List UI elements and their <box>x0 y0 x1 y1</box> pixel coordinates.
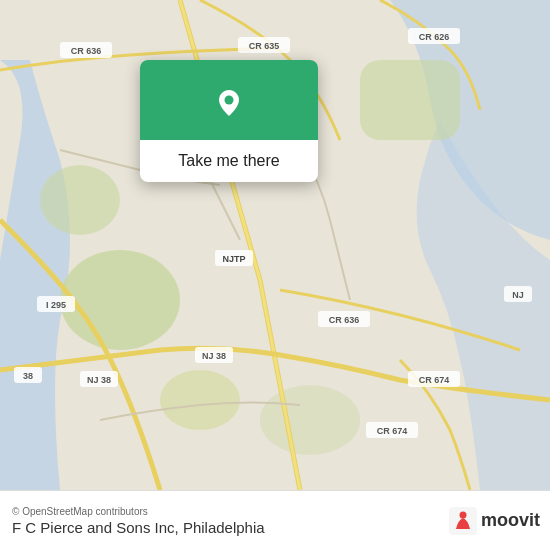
svg-text:CR 674: CR 674 <box>377 426 408 436</box>
svg-point-4 <box>160 370 240 430</box>
moovit-logo: moovit <box>449 507 540 535</box>
svg-text:CR 636: CR 636 <box>71 46 102 56</box>
svg-point-5 <box>260 385 360 455</box>
moovit-brand-text: moovit <box>481 510 540 531</box>
svg-text:38: 38 <box>23 371 33 381</box>
svg-text:NJ 38: NJ 38 <box>202 351 226 361</box>
svg-text:CR 636: CR 636 <box>329 315 360 325</box>
moovit-icon <box>449 507 477 535</box>
svg-rect-3 <box>360 60 460 140</box>
map-container: CR 636 CR 635 CR 626 I 295 NJTP NJ 38 NJ… <box>0 0 550 490</box>
popup-header <box>140 60 318 140</box>
bottom-bar: © OpenStreetMap contributors F C Pierce … <box>0 490 550 550</box>
svg-point-2 <box>40 165 120 235</box>
svg-text:NJ: NJ <box>512 290 524 300</box>
svg-text:CR 635: CR 635 <box>249 41 280 51</box>
svg-text:CR 674: CR 674 <box>419 375 450 385</box>
popup-card: Take me there <box>140 60 318 182</box>
svg-text:NJTP: NJTP <box>222 254 245 264</box>
take-me-there-button[interactable]: Take me there <box>140 140 318 182</box>
svg-point-1 <box>60 250 180 350</box>
svg-text:CR 626: CR 626 <box>419 32 450 42</box>
svg-text:I 295: I 295 <box>46 300 66 310</box>
svg-point-33 <box>459 511 466 518</box>
svg-point-31 <box>225 96 234 105</box>
svg-text:NJ 38: NJ 38 <box>87 375 111 385</box>
location-pin-icon <box>207 80 251 124</box>
